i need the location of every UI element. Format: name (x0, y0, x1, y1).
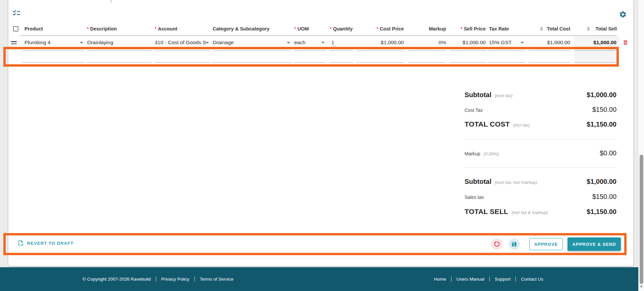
footer-link-terms-of-service[interactable]: Terms of Service (200, 277, 234, 282)
document-edit-icon (17, 240, 24, 246)
copyright-text: © Copyright 2007-2026 Ravebuild (83, 277, 151, 282)
dollar-icon[interactable]: $ (587, 26, 590, 31)
footer-link-privacy-policy[interactable]: Privacy Policy (161, 277, 190, 282)
checklist-icon-button[interactable] (12, 9, 21, 17)
product-dropdown-icon[interactable] (80, 42, 83, 44)
checklist-icon (12, 9, 21, 17)
account-dropdown-icon[interactable] (206, 42, 209, 44)
undo-button[interactable] (491, 238, 502, 250)
col-header-sell-price: *Sell Price (439, 26, 486, 31)
required-asterisk: * (294, 26, 296, 31)
scrollbar-thumb[interactable] (640, 155, 643, 284)
totals-total-cost-row: TOTAL COST (incl tax) $1,150.00 (465, 120, 616, 128)
select-all-checkbox[interactable] (13, 26, 18, 31)
totals-subtotal-sell-row: Subtotal (excl tax, incl markup) $1,000.… (465, 178, 616, 186)
totals-cost-tax-row: Cost Tax $150.00 (465, 106, 616, 114)
cell-description[interactable]: Drainlaying (87, 39, 113, 46)
approve-button[interactable]: APPROVE (529, 238, 563, 250)
category-dropdown-icon[interactable] (287, 42, 290, 44)
required-asterisk: * (377, 26, 379, 31)
totals-total-sell-row: TOTAL SELL (incl tax & markup) $1,150.00 (465, 208, 616, 216)
col-header-category: Category & Subcategory (213, 26, 269, 31)
totals-markup-row: Markup (0.00%) $0.00 (465, 149, 616, 157)
required-asterisk: * (330, 26, 332, 31)
footer-divider (195, 277, 195, 282)
footer-divider (516, 277, 516, 282)
cell-sell-price[interactable]: $1,000.00 (439, 39, 486, 46)
footer-divider (489, 277, 490, 282)
footer-link-support[interactable]: Support (495, 277, 511, 282)
approve-and-send-button[interactable]: APPROVE & SEND (568, 237, 621, 251)
required-asterisk: * (155, 26, 157, 31)
page-footer: © Copyright 2007-2026 Ravebuild Privacy … (0, 267, 644, 291)
gear-icon (619, 10, 627, 18)
save-button[interactable] (508, 238, 520, 250)
scrollbar-track[interactable] (638, 0, 644, 291)
delete-row-button[interactable] (622, 39, 629, 46)
cell-total-sell: $1,000.00 (570, 39, 616, 46)
col-header-product: Product (24, 26, 43, 31)
undo-icon (493, 241, 500, 247)
drag-handle[interactable] (11, 41, 17, 46)
col-header-total-sell: $Total Sell (587, 26, 617, 31)
col-header-uom: *UOM (294, 26, 309, 31)
totals-subtotal-cost-row: Subtotal (excl tax) $1,000.00 (465, 91, 616, 99)
footer-link-contact-us[interactable]: Contact Us (521, 277, 543, 282)
scroll-down-arrow-icon[interactable] (640, 286, 643, 288)
cell-category[interactable]: Drainage (213, 39, 234, 46)
footer-link-home[interactable]: Home (434, 277, 446, 282)
quote-line-items-page: Product *Description *Account Category &… (0, 0, 644, 291)
revert-to-draft-button[interactable]: REVERT TO DRAFT (17, 240, 73, 246)
required-asterisk: * (461, 26, 463, 31)
save-floppy-icon (511, 241, 517, 247)
cell-uom[interactable]: each (294, 39, 306, 46)
totals-divider (464, 139, 616, 140)
col-header-account: *Account (155, 26, 177, 31)
sales-tax-value: $150.00 (592, 193, 616, 201)
col-header-total-cost: $Total Cost (540, 26, 570, 31)
required-asterisk: * (87, 26, 89, 31)
cell-total-cost: $1,000.00 (523, 39, 570, 46)
header-divider (20, 35, 616, 36)
highlight-annotation-new-row (3, 47, 619, 67)
quantity-calc-note: (1) (331, 45, 336, 49)
markup-value: $0.00 (600, 149, 616, 157)
subtotal-cost-value: $1,000.00 (587, 91, 616, 99)
content-card: Product *Description *Account Category &… (8, 0, 633, 266)
trash-icon (622, 39, 629, 46)
settings-icon-button[interactable] (619, 10, 627, 18)
cost-tax-value: $150.00 (592, 106, 616, 114)
clipped-element-artifact (111, 0, 111, 3)
total-cost-value: $1,150.00 (587, 121, 616, 128)
totals-sales-tax-row: Sales tax $150.00 (465, 193, 616, 201)
uom-dropdown-icon[interactable] (321, 42, 325, 44)
col-header-cost-price: *Cost Price (349, 26, 404, 31)
cell-tax-rate[interactable]: 15% GST (489, 39, 512, 46)
col-header-tax-rate: Tax Rate (489, 26, 509, 31)
subtotal-sell-value: $1,000.00 (587, 178, 616, 186)
total-sell-value: $1,150.00 (587, 208, 616, 216)
cell-account[interactable]: 310 - Cost of Goods S (155, 39, 206, 46)
footer-divider (451, 277, 451, 282)
totals-divider (464, 167, 616, 168)
footer-divider (156, 277, 156, 282)
card-bottom-divider (13, 258, 629, 259)
cell-product[interactable]: Plumbing 4 (24, 39, 51, 46)
cell-cost-price[interactable]: $1,000.00 (357, 39, 404, 46)
footer-link-users-manual[interactable]: Users Manual (457, 277, 484, 282)
dollar-icon[interactable]: $ (540, 26, 543, 31)
col-header-description: *Description (87, 26, 117, 31)
